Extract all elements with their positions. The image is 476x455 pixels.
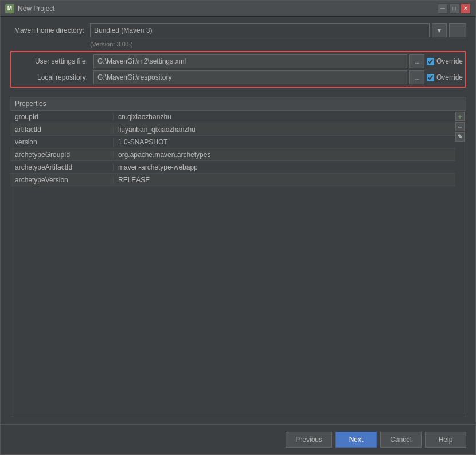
local-repo-control: ... Override xyxy=(93,70,463,84)
maven-home-control: ▼ xyxy=(90,23,466,37)
properties-actions: + − ✎ xyxy=(455,111,466,417)
table-row: groupId cn.qixiaozhanzhu xyxy=(10,111,455,123)
help-button[interactable]: Help xyxy=(425,432,466,448)
properties-header: Properties xyxy=(10,97,466,111)
user-settings-control: ... Override xyxy=(93,54,463,68)
previous-button[interactable]: Previous xyxy=(286,432,332,448)
window-title: New Project xyxy=(18,5,438,13)
remove-property-button[interactable]: − xyxy=(455,122,465,131)
prop-key: archetypeVersion xyxy=(10,176,114,184)
local-repo-row: Local repository: ... Override xyxy=(13,70,463,84)
prop-key: archetypeArtifactId xyxy=(10,163,114,171)
user-settings-browse[interactable]: ... xyxy=(409,54,424,68)
footer: Previous Next Cancel Help xyxy=(1,424,475,454)
user-settings-override-checkbox[interactable] xyxy=(427,58,434,65)
cancel-button[interactable]: Cancel xyxy=(380,432,422,448)
add-property-button[interactable]: + xyxy=(455,112,465,121)
maven-home-label: Maven home directory: xyxy=(10,26,90,34)
prop-value: RELEASE xyxy=(114,176,455,184)
dialog-content: Maven home directory: ▼ (Version: 3.0.5)… xyxy=(1,17,475,424)
local-repo-browse[interactable]: ... xyxy=(409,70,424,84)
title-bar: M New Project ─ □ ✕ xyxy=(1,1,475,17)
table-row: archetypeVersion RELEASE xyxy=(10,174,455,186)
window-icon: M xyxy=(5,4,14,13)
table-row: artifactId liuyanban_qixiaozhanzhu xyxy=(10,123,455,136)
table-row: archetypeGroupId org.apache.maven.archet… xyxy=(10,148,455,161)
user-settings-label: User settings file: xyxy=(13,57,93,65)
close-button[interactable]: ✕ xyxy=(461,3,471,14)
window: M New Project ─ □ ✕ Maven home directory… xyxy=(0,0,476,455)
prop-value: liuyanban_qixiaozhanzhu xyxy=(114,125,455,134)
local-repo-input[interactable] xyxy=(93,70,407,84)
prop-value: org.apache.maven.archetypes xyxy=(114,151,455,159)
maven-home-input[interactable] xyxy=(90,23,430,37)
properties-box: Properties groupId cn.qixiaozhanzhu arti… xyxy=(10,97,466,417)
table-row: archetypeArtifactId maven-archetype-weba… xyxy=(10,161,455,174)
maven-home-row: Maven home directory: ▼ xyxy=(10,23,466,37)
prop-key: artifactId xyxy=(10,125,114,134)
local-repo-label: Local repository: xyxy=(13,73,93,81)
local-repo-override[interactable]: Override xyxy=(427,73,463,81)
local-repo-override-label: Override xyxy=(436,73,463,81)
maven-home-browse[interactable] xyxy=(449,23,466,37)
prop-value: cn.qixiaozhanzhu xyxy=(114,113,455,121)
table-row: version 1.0-SNAPSHOT xyxy=(10,136,455,148)
edit-property-button[interactable]: ✎ xyxy=(455,132,465,142)
user-settings-override-label: Override xyxy=(436,57,463,65)
window-controls: ─ □ ✕ xyxy=(438,3,471,14)
prop-value: 1.0-SNAPSHOT xyxy=(114,138,455,146)
maximize-button[interactable]: □ xyxy=(449,3,459,14)
properties-table: groupId cn.qixiaozhanzhu artifactId liuy… xyxy=(10,111,455,417)
user-settings-override[interactable]: Override xyxy=(427,57,463,65)
maven-version-text: (Version: 3.0.5) xyxy=(90,41,466,48)
prop-key: version xyxy=(10,138,114,146)
user-settings-input[interactable] xyxy=(93,54,407,68)
minimize-button[interactable]: ─ xyxy=(438,3,448,14)
properties-section: Properties groupId cn.qixiaozhanzhu arti… xyxy=(10,95,466,417)
user-settings-row: User settings file: ... Override xyxy=(13,54,463,68)
highlighted-section: User settings file: ... Override Local r… xyxy=(10,51,466,88)
next-button[interactable]: Next xyxy=(335,432,377,448)
local-repo-override-checkbox[interactable] xyxy=(427,74,434,81)
maven-home-dropdown[interactable]: ▼ xyxy=(432,23,447,37)
prop-key: groupId xyxy=(10,113,114,121)
prop-value: maven-archetype-webapp xyxy=(114,163,455,171)
prop-key: archetypeGroupId xyxy=(10,151,114,159)
